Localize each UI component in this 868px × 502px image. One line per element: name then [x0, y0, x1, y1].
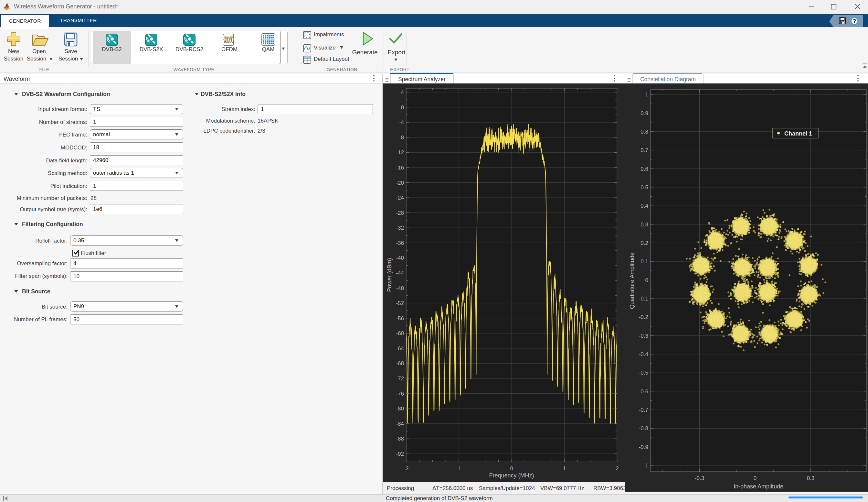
svg-text:-0.6: -0.6 [639, 389, 648, 395]
svg-text:-68: -68 [396, 360, 404, 367]
svg-text:-4: -4 [399, 119, 404, 126]
svg-text:-84: -84 [396, 421, 404, 427]
svg-text:-32: -32 [396, 225, 404, 231]
svg-text:-88: -88 [396, 436, 404, 442]
svg-text:-80: -80 [396, 405, 404, 412]
svg-text:0.5: 0.5 [641, 184, 648, 191]
svg-text:0.1: 0.1 [641, 259, 648, 264]
svg-text:-16: -16 [396, 165, 404, 171]
svg-text:0.9: 0.9 [641, 110, 648, 117]
svg-text:0.8: 0.8 [641, 129, 648, 135]
svg-text:-56: -56 [396, 315, 404, 322]
svg-text:0: 0 [754, 475, 756, 481]
svg-text:Channel 1: Channel 1 [784, 130, 812, 137]
svg-text:1: 1 [563, 465, 566, 472]
svg-text:-0.3: -0.3 [695, 475, 704, 481]
svg-text:-0.2: -0.2 [639, 314, 648, 320]
svg-text:0.6: 0.6 [641, 166, 648, 172]
svg-text:-72: -72 [396, 375, 404, 382]
svg-text:-28: -28 [396, 210, 404, 216]
svg-text:-44: -44 [396, 270, 404, 276]
svg-text:-0.5: -0.5 [639, 370, 648, 376]
svg-text:0.7: 0.7 [641, 147, 648, 153]
svg-text:1: 1 [645, 91, 648, 98]
svg-text:2: 2 [616, 465, 619, 472]
svg-text:-12: -12 [396, 149, 404, 155]
svg-text:-8: -8 [399, 134, 404, 141]
svg-text:-0.4: -0.4 [639, 351, 648, 358]
svg-text:In-phase Amplitude: In-phase Amplitude [734, 483, 783, 490]
svg-text:-92: -92 [396, 451, 404, 457]
svg-text:-1: -1 [456, 465, 461, 472]
svg-text:-48: -48 [396, 285, 404, 291]
svg-text:0: 0 [645, 277, 648, 283]
svg-text:-0.1: -0.1 [639, 295, 648, 302]
svg-text:-36: -36 [396, 240, 404, 246]
svg-text:-52: -52 [396, 300, 404, 306]
svg-text:0.3: 0.3 [641, 222, 648, 228]
svg-text:-20: -20 [396, 180, 404, 186]
svg-text:Quadrature Amplitude: Quadrature Amplitude [629, 252, 635, 309]
svg-text:0.2: 0.2 [641, 240, 648, 246]
svg-text:0.3: 0.3 [807, 475, 815, 481]
svg-text:-0.9: -0.9 [639, 444, 648, 450]
svg-text:0: 0 [401, 104, 404, 111]
svg-text:-2: -2 [404, 465, 409, 472]
svg-text:-0.8: -0.8 [639, 425, 648, 431]
svg-text:0.4: 0.4 [641, 203, 648, 209]
svg-text:0: 0 [510, 465, 513, 472]
svg-text:-1: -1 [643, 463, 648, 469]
svg-text:Frequency (MHz): Frequency (MHz) [489, 472, 534, 479]
svg-text:-0.3: -0.3 [639, 333, 648, 339]
svg-text:-60: -60 [396, 330, 404, 337]
svg-text:-40: -40 [396, 255, 404, 261]
svg-text:4: 4 [401, 89, 404, 96]
svg-text:-24: -24 [396, 195, 404, 201]
svg-text:-0.7: -0.7 [639, 407, 648, 413]
svg-text:-64: -64 [396, 345, 404, 352]
svg-text:-76: -76 [396, 391, 404, 397]
svg-text:Power (dBm): Power (dBm) [386, 258, 393, 292]
svg-text:?: ? [853, 18, 856, 24]
